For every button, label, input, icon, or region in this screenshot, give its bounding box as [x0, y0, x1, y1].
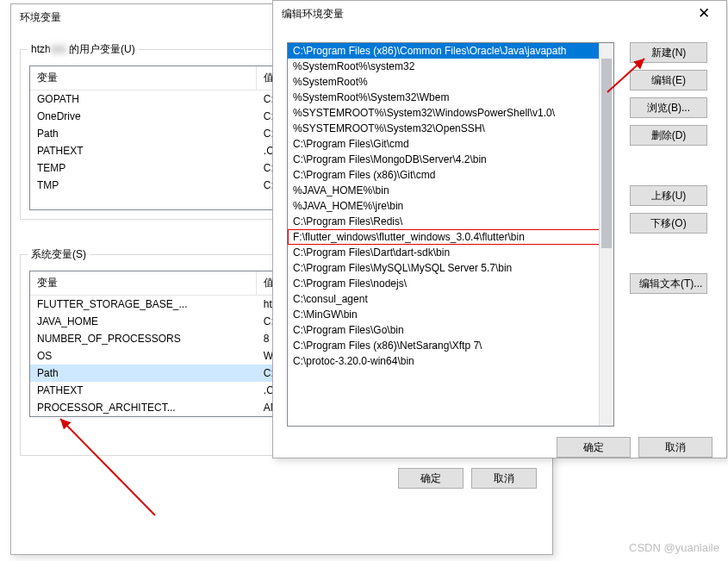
edit-button[interactable]: 编辑(E): [630, 70, 707, 90]
user-vars-legend: htzhxxx htzh.... 的用户变量(U)的用户变量(U): [28, 42, 139, 57]
list-item[interactable]: %JAVA_HOME%\bin: [288, 183, 613, 198]
dlg1-cancel-button[interactable]: 取消: [471, 468, 537, 489]
var-name: Path: [30, 365, 257, 381]
browse-button[interactable]: 浏览(B)...: [630, 97, 707, 118]
var-name: GOPATH: [30, 91, 257, 107]
list-item[interactable]: %JAVA_HOME%\jre\bin: [288, 198, 613, 214]
list-item[interactable]: %SystemRoot%\system32: [288, 59, 613, 74]
list-item[interactable]: C:\Program Files\MongoDB\Server\4.2\bin: [288, 152, 613, 167]
edit-path-dialog: 编辑环境变量 ✕ C:\Program Files (x86)\Common F…: [272, 0, 727, 458]
dlg2-titlebar: 编辑环境变量 ✕: [273, 1, 726, 27]
list-item[interactable]: C:\Program Files\MySQL\MySQL Server 5.7\…: [288, 260, 613, 276]
var-name: NUMBER_OF_PROCESSORS: [30, 331, 257, 346]
path-listbox[interactable]: C:\Program Files (x86)\Common Files\Orac…: [287, 42, 614, 427]
scrollbar[interactable]: [599, 43, 613, 426]
list-item[interactable]: C:\Program Files\Git\cmd: [288, 136, 613, 152]
blurred-username: xxx: [51, 43, 66, 55]
dlg2-ok-button[interactable]: 确定: [557, 437, 631, 458]
list-item[interactable]: C:\Program Files (x86)\NetSarang\Xftp 7\: [288, 338, 613, 353]
list-item[interactable]: C:\Program Files\Dart\dart-sdk\bin: [288, 245, 613, 260]
var-name: TEMP: [30, 160, 257, 176]
list-item[interactable]: F:\flutter_windows\flutter_windows_3.0.4…: [288, 229, 613, 245]
list-item[interactable]: C:\Program Files (x86)\Git\cmd: [288, 167, 613, 183]
list-item[interactable]: C:\Program Files\nodejs\: [288, 276, 613, 291]
edit-text-button[interactable]: 编辑文本(T)...: [630, 273, 707, 294]
sys-col-var[interactable]: 变量: [30, 271, 257, 295]
scroll-thumb[interactable]: [601, 59, 612, 248]
new-button[interactable]: 新建(N): [630, 42, 707, 63]
dlg1-ok-button[interactable]: 确定: [398, 468, 464, 489]
list-item[interactable]: C:\Program Files (x86)\Common Files\Orac…: [288, 43, 613, 59]
var-name: OS: [30, 348, 257, 364]
move-down-button[interactable]: 下移(O): [630, 213, 707, 234]
list-item[interactable]: %SYSTEMROOT%\System32\OpenSSH\: [288, 121, 613, 136]
watermark: CSDN @yuanlaile: [629, 541, 719, 554]
close-icon[interactable]: ✕: [687, 2, 721, 26]
user-col-var[interactable]: 变量: [30, 66, 257, 90]
var-name: JAVA_HOME: [30, 314, 257, 329]
list-item[interactable]: C:\Program Files\Redis\: [288, 214, 613, 229]
dlg2-cancel-button[interactable]: 取消: [638, 437, 712, 458]
delete-button[interactable]: 删除(D): [630, 125, 707, 146]
list-item[interactable]: C:\Program Files\Go\bin: [288, 322, 613, 338]
list-item[interactable]: %SYSTEMROOT%\System32\WindowsPowerShell\…: [288, 105, 613, 121]
var-name: OneDrive: [30, 109, 257, 124]
dlg2-title: 编辑环境变量: [282, 1, 344, 27]
var-name: PATHEXT: [30, 143, 257, 159]
var-name: FLUTTER_STORAGE_BASE_...: [30, 296, 257, 312]
list-item[interactable]: %SystemRoot%\System32\Wbem: [288, 90, 613, 105]
dlg1-title: 环境变量: [20, 4, 61, 30]
list-item[interactable]: %SystemRoot%: [288, 74, 613, 90]
list-item[interactable]: C:\MinGW\bin: [288, 307, 613, 322]
var-name: PROCESSOR_ARCHITECT...: [30, 400, 257, 415]
list-item[interactable]: C:\protoc-3.20.0-win64\bin: [288, 353, 613, 369]
var-name: TMP: [30, 178, 257, 193]
move-up-button[interactable]: 上移(U): [630, 185, 707, 206]
list-item[interactable]: C:\consul_agent: [288, 291, 613, 307]
var-name: Path: [30, 126, 257, 141]
sys-vars-legend: 系统变量(S): [28, 247, 90, 262]
var-name: PATHEXT: [30, 383, 257, 398]
